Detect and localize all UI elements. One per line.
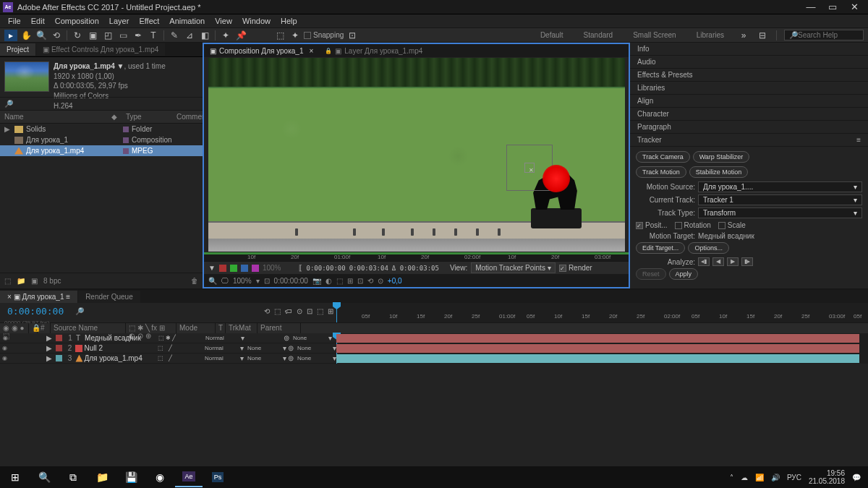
bpc-toggle[interactable]: 8 bpc bbox=[43, 277, 61, 285]
tray-lang[interactable]: РУС bbox=[787, 474, 801, 481]
project-row-mp4[interactable]: Для урока_1.mp4 MPEG bbox=[0, 145, 203, 156]
mini-timeline[interactable]: 10f 20f 01:00f 10f 20f 02:00f 10f 20f 03… bbox=[204, 252, 629, 261]
panel-align[interactable]: Align bbox=[630, 95, 868, 108]
menu-view[interactable]: View bbox=[210, 15, 237, 27]
zoom-tool[interactable]: 🔍 bbox=[35, 30, 48, 41]
workspace-standard[interactable]: Standard bbox=[576, 30, 621, 40]
explorer-button[interactable]: 📁 bbox=[88, 467, 116, 487]
warp-stabilizer-button[interactable]: Warp Stabilizer bbox=[693, 151, 750, 163]
pen-tool[interactable]: ✒ bbox=[132, 30, 145, 41]
in-time[interactable]: 0:00:00:00 bbox=[306, 265, 345, 272]
puppet-tool[interactable]: 📌 bbox=[234, 30, 247, 41]
viewer-tab-layer[interactable]: 🔒▣ Layer Для урока_1.mp4 bbox=[319, 45, 428, 57]
preview-frame[interactable]: ✕ bbox=[208, 58, 625, 252]
track-motion-button[interactable]: Track Motion bbox=[636, 166, 686, 178]
workspace-more-icon[interactable]: » bbox=[737, 30, 750, 41]
rotate-tool[interactable]: ↻ bbox=[71, 30, 84, 41]
clone-tool[interactable]: ⊿ bbox=[183, 30, 196, 41]
scale-checkbox[interactable]: Scale bbox=[718, 221, 746, 229]
analyze-back1-button[interactable]: ◂▮ bbox=[698, 257, 710, 266]
stabilize-motion-button[interactable]: Stabilize Motion bbox=[689, 166, 749, 178]
panel-paragraph[interactable]: Paragraph bbox=[630, 121, 868, 134]
clip-thumbnail[interactable] bbox=[4, 61, 49, 92]
pan-behind-tool[interactable]: ◰ bbox=[101, 30, 114, 41]
world-axis-icon[interactable]: ✦ bbox=[289, 30, 302, 41]
layer-row-3[interactable]: ◉ ▶ 3 Для урока_1.mp4 ⬚ ╱ Normal▾ None▾ … bbox=[0, 354, 336, 364]
menu-layer[interactable]: Layer bbox=[104, 15, 135, 27]
search-help[interactable]: 🔎 bbox=[784, 30, 864, 40]
analyze-back-button[interactable]: ◀ bbox=[712, 257, 724, 266]
layer-bar-1[interactable] bbox=[336, 334, 859, 343]
brush-tool[interactable]: ✎ bbox=[168, 30, 181, 41]
workspace-small[interactable]: Small Screen bbox=[626, 30, 683, 40]
apply-button[interactable]: Apply bbox=[669, 268, 699, 280]
menu-help[interactable]: Help bbox=[276, 15, 302, 27]
search-input[interactable] bbox=[798, 31, 863, 39]
timeline-search-icon[interactable]: 🔎 bbox=[75, 307, 84, 315]
layer-row-1[interactable]: ◉ ▶ 1 T Медный всадник ⬚ ✱ ╱ Normal▾ ⊚No… bbox=[0, 333, 336, 343]
close-button[interactable]: ✕ bbox=[843, 1, 865, 12]
workspace-reset-icon[interactable]: ⊟ bbox=[756, 30, 769, 41]
tray-clock[interactable]: 19:56 21.05.2018 bbox=[809, 469, 845, 485]
camera-tool[interactable]: ▣ bbox=[86, 30, 99, 41]
playhead[interactable] bbox=[336, 303, 337, 322]
project-row-comp[interactable]: Для урока_1 Composition bbox=[0, 134, 203, 145]
save-button[interactable]: 💾 bbox=[117, 467, 145, 487]
edit-target-button[interactable]: Edit Target... bbox=[636, 242, 685, 254]
orbit-tool[interactable]: ⟲ bbox=[50, 30, 63, 41]
folder-new-icon[interactable]: 📁 bbox=[17, 277, 25, 285]
panel-effects[interactable]: Effects & Presets bbox=[630, 69, 868, 82]
tray-sound-icon[interactable]: 🔊 bbox=[771, 474, 780, 481]
timeline-tab-render[interactable]: Render Queue bbox=[78, 291, 140, 303]
tray-notifications-icon[interactable]: 💬 bbox=[852, 474, 861, 481]
menu-animation[interactable]: Animation bbox=[164, 15, 210, 27]
layer-row-2[interactable]: ◉ ▶ 2 Null 2 ⬚ ╱ Normal▾ None▾ ⊚None▾ bbox=[0, 343, 336, 354]
roto-tool[interactable]: ✦ bbox=[219, 30, 232, 41]
out-time[interactable]: 0:00:03:04 bbox=[349, 265, 388, 272]
tl-icon[interactable]: ⊡ bbox=[307, 307, 312, 315]
timeline-timecode[interactable]: 0:00:00:00 bbox=[3, 304, 68, 318]
comp-new-icon[interactable]: ▣ bbox=[31, 277, 38, 285]
search-button[interactable]: 🔍 bbox=[30, 467, 58, 487]
analyze-fwd1-button[interactable]: ▮▸ bbox=[741, 257, 753, 266]
zoom-level[interactable]: 100% bbox=[233, 277, 252, 285]
panel-audio[interactable]: Audio bbox=[630, 56, 868, 69]
magnify-icon[interactable]: 🔍 bbox=[208, 277, 217, 285]
maximize-button[interactable]: ▭ bbox=[822, 1, 843, 12]
taskview-button[interactable]: ⧉ bbox=[59, 467, 87, 487]
trash-icon[interactable]: 🗑 bbox=[191, 277, 198, 285]
current-time[interactable]: 0:00:00:00 bbox=[274, 277, 308, 285]
menu-edit[interactable]: Edit bbox=[26, 15, 50, 27]
motion-source-dropdown[interactable]: Для урока_1....▾ bbox=[698, 181, 862, 192]
tray-up-icon[interactable]: ˄ bbox=[730, 474, 733, 481]
layer-bar-2[interactable] bbox=[336, 344, 859, 353]
project-search[interactable]: 🔎 bbox=[0, 97, 203, 111]
timeline-tab-comp[interactable]: × ▣ Для урока_1 ≡ bbox=[0, 291, 77, 303]
snapshot-icon[interactable]: 📷 bbox=[312, 277, 321, 285]
minimize-button[interactable]: — bbox=[800, 1, 822, 12]
tl-icon[interactable]: ⟲ bbox=[264, 307, 270, 315]
photoshop-button[interactable]: Ps bbox=[204, 467, 231, 487]
analyze-fwd-button[interactable]: ▶ bbox=[727, 257, 739, 266]
ch-green-icon[interactable] bbox=[230, 265, 237, 272]
menu-window[interactable]: Window bbox=[237, 15, 276, 27]
tl-icon[interactable]: ⬚ bbox=[317, 307, 323, 315]
menu-effect[interactable]: Effect bbox=[134, 15, 164, 27]
tl-icon[interactable]: 🏷 bbox=[285, 307, 292, 315]
position-checkbox[interactable]: Posit... bbox=[636, 221, 668, 229]
snapping-toggle[interactable]: Snapping bbox=[304, 31, 344, 39]
panel-libraries[interactable]: Libraries bbox=[630, 82, 868, 95]
tray-wifi-icon[interactable]: 📶 bbox=[755, 474, 764, 481]
view-dropdown[interactable]: Motion Tracker Points▾ bbox=[471, 262, 556, 273]
tray-cloud-icon[interactable]: ☁ bbox=[741, 474, 748, 481]
chrome-button[interactable]: ◉ bbox=[146, 467, 174, 487]
aftereffects-button[interactable]: Ae bbox=[175, 467, 203, 487]
col-name[interactable]: Name bbox=[0, 111, 107, 123]
snap-icon[interactable]: ⊡ bbox=[346, 30, 359, 41]
ch-blue-icon[interactable] bbox=[241, 265, 248, 272]
col-type[interactable]: Type bbox=[122, 111, 172, 123]
selection-tool[interactable]: ▸ bbox=[4, 30, 17, 41]
menu-file[interactable]: File bbox=[3, 15, 26, 27]
ch-alpha-icon[interactable] bbox=[252, 265, 259, 272]
current-track-dropdown[interactable]: Tracker 1▾ bbox=[698, 194, 862, 205]
